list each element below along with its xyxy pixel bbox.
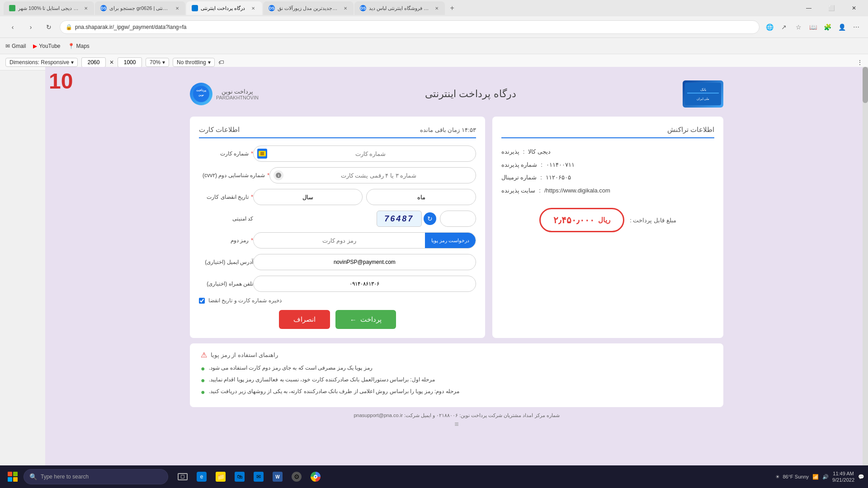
tab-favicon-3 [192,5,198,11]
taskbar-search-box[interactable]: 🔍 Type here to search [24,469,168,484]
profile-icon[interactable]: 👤 [835,21,848,33]
site-row: https://www.digikala.com/ : سایت پذیرنده [501,184,714,197]
password-label: * رمز دوم [199,237,253,244]
tab-5[interactable]: DS سبد خرید | فروشگاه اینترنتی لباس دید.… [354,1,445,15]
network-icon[interactable]: 📶 [812,474,819,480]
poya-request-button[interactable]: درخواست رمز پویا [425,232,476,249]
scrollbar-thumb[interactable] [863,67,868,103]
captcha-input[interactable] [440,211,476,227]
bookmark-youtube[interactable]: ▶ YouTube [33,43,60,49]
terminal-id-row: ۰۱۱۴۰۰۷۱۱ : شماره پذیرنده [501,159,714,172]
cancel-button[interactable]: انصراف [279,310,330,329]
settings-icon: ⚙ [292,472,302,482]
svg-text:ℹ: ℹ [278,174,279,177]
terminal-num-separator: : [540,171,542,184]
translate-icon[interactable]: 🌐 [763,21,776,33]
password-input[interactable] [254,237,425,244]
tab-bar: کد تخفیف دیجی استایل تا %100 شهر... ✕ DS… [0,0,868,16]
taskbar-store[interactable]: 🛍 [231,468,249,486]
tab-favicon-1 [9,5,15,11]
tab-close-5[interactable]: ✕ [434,5,439,12]
windows-logo [8,472,18,482]
svg-text:ملی ایران: ملی ایران [697,97,710,101]
tab-4[interactable]: DS خرید آنلاین جدیدترین مدل زیورآلات نق.… [263,1,354,15]
bookmark-gmail[interactable]: ✉ Gmail [5,43,26,49]
throttle-selector[interactable]: No throttling ▾ [173,58,215,67]
info-item-3: مرحله دوم: رمز پویا را براساس روش اعلامی… [201,388,712,396]
transaction-details: دیجی کالا : پذیرنده ۰۱۱۴۰۰۷۱۱ : شماره پذ… [501,145,714,197]
pay-button-label: پرداخت [360,315,382,324]
svg-text:بانک: بانک [700,88,706,92]
tab-close-4[interactable]: ✕ [343,5,348,12]
svg-text:پرداخت: پرداخت [196,89,206,92]
cvv2-input[interactable] [285,172,472,179]
taskbar-word[interactable]: W [269,468,287,486]
menu-icon[interactable]: ⋯ [850,21,863,33]
lock-icon: 🔒 [66,24,72,30]
volume-icon[interactable]: 🔊 [822,474,829,480]
url-bar[interactable]: 🔒 pna.shaparak.ir/_ipgw/_payment/data?la… [60,20,760,34]
info-title-text: راهنمای استفاده از رمز پویا [211,352,278,358]
date-display: 9/21/2022 [832,477,854,483]
site-value: https://www.digikala.com/ [544,184,610,197]
taskbar-settings[interactable]: ⚙ [288,468,306,486]
close-button[interactable]: ✕ [844,0,864,16]
info-item-2: مرحله اول: براساس دستورالعمل بانک صادرکن… [201,376,712,385]
clock[interactable]: 11:49 AM 9/21/2022 [832,470,854,483]
card-number-input[interactable] [269,150,472,157]
tag-icon[interactable]: 🏷 [218,59,224,66]
star-icon[interactable]: ☆ [792,21,805,33]
mail-taskbar-icon: ✉ [254,472,264,482]
action-buttons: پرداخت ← انصراف [199,310,476,329]
cvv2-icon: ℹ [274,170,283,180]
taskbar-task-view[interactable] [174,468,192,486]
page-content: پرداخت نوین پرداخت نوین PARDAKHTNOVIN در… [45,67,868,465]
phone-input[interactable] [253,276,476,292]
taskbar-mail[interactable]: ✉ [250,468,268,486]
tab-3-active[interactable]: درگاه پرداخت اینترنتی ✕ [186,1,262,15]
zoom-selector[interactable]: 70% ▾ [146,58,169,67]
tab-close-3[interactable]: ✕ [250,5,257,12]
transaction-panel: اطلاعات تراکنش دیجی کالا : پذیرنده ۰۱۱۴۰… [492,117,723,338]
taskbar-edge[interactable]: e [193,468,211,486]
reader-mode-icon[interactable]: 📖 [807,21,819,33]
year-selector[interactable]: سال [253,189,363,205]
cancel-button-label: انصراف [293,315,316,323]
card-number-input-wrapper [253,145,476,162]
devtools-more-icon[interactable]: ⋮ [857,59,863,66]
password-label-text: رمز دوم [231,237,249,244]
pay-button[interactable]: پرداخت ← [335,310,396,329]
maximize-button[interactable]: ⬜ [821,0,842,16]
extension-icon[interactable]: 🧩 [821,21,834,33]
new-tab-button[interactable]: + [446,2,458,14]
tab-1[interactable]: کد تخفیف دیجی استایل تا %100 شهر... ✕ [4,1,94,15]
page-title: درگاه پرداخت اینترنتی [425,88,516,100]
bookmark-gmail-label: Gmail [12,43,26,49]
back-button[interactable]: ‹ [5,20,20,34]
start-button[interactable] [4,468,22,486]
height-input[interactable] [118,57,142,67]
tab-close-1[interactable]: ✕ [83,5,89,12]
minimize-button[interactable]: — [798,0,819,16]
scrollbar[interactable] [863,67,868,465]
email-input[interactable] [253,254,476,270]
weather-icon: ☀ [775,474,780,480]
bank-logo: بانک ملی ایران [683,80,723,108]
bookmark-maps[interactable]: 📍 Maps [68,43,90,49]
month-selector[interactable]: ماه [366,189,476,205]
taskbar-chrome[interactable] [307,468,325,486]
refresh-button[interactable]: ↻ [42,20,56,34]
taskbar-explorer[interactable]: 📁 [212,468,230,486]
share-icon[interactable]: ↗ [778,21,790,33]
amount-box: مبلغ قابل پرداخت : ریال ۲٫۴۵۰٫۰۰۰ [501,208,714,232]
save-row: ذخیره شماره کارت و تاریخ انقضا [199,297,476,304]
captcha-refresh-button[interactable]: ↻ [424,212,436,225]
save-checkbox[interactable] [199,298,205,304]
width-input[interactable] [81,57,106,67]
bookmark-youtube-label: YouTube [39,43,60,49]
tab-close-2[interactable]: ✕ [175,5,180,12]
notification-icon[interactable]: 💬 [858,474,864,480]
forward-button[interactable]: › [24,20,38,34]
tab-2[interactable]: DS جستجو برای gr0626 | فروشگاه اینترنتی.… [95,1,185,15]
dimensions-selector[interactable]: Dimensions: Responsive ▾ [5,58,78,67]
